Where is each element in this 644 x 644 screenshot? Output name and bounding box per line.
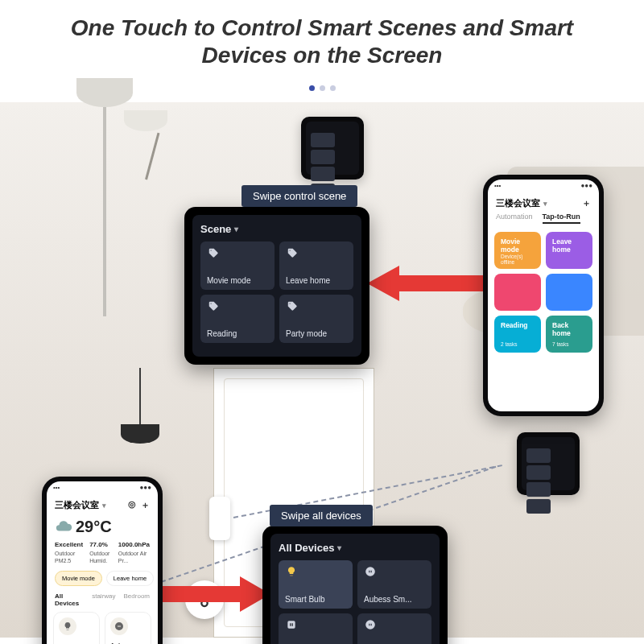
phone-statusbar: •••●●● [488, 180, 599, 194]
svg-rect-3 [292, 623, 293, 626]
plus-icon[interactable]: ＋ [141, 499, 150, 511]
scene-tile[interactable]: Party mode [279, 295, 353, 343]
arrow-icon [158, 572, 270, 617]
room-tabs[interactable]: All Devices stairway Bedroom [47, 591, 158, 610]
weather-widget: 29°C ExcellentOutdoor PM2.5 77.0%Outdoor… [47, 513, 158, 566]
device-tile[interactable]: Aubess Sm... [357, 560, 431, 609]
svg-marker-0 [367, 266, 488, 301]
phone-home-mockup: •••●●● 三楼会议室▾ ◎ ＋ 29°C ExcellentOutdoor … [42, 477, 163, 644]
tag-icon [207, 299, 220, 312]
svg-marker-4 [158, 576, 270, 612]
app-scene-card[interactable]: Leave home [546, 232, 592, 269]
device-card[interactable]: Aubess Sm... [105, 612, 151, 644]
door-sensor-prop [209, 497, 230, 540]
tag-icon [286, 299, 299, 312]
pendant-lamp-prop [121, 368, 159, 444]
wall-panel-small [517, 432, 580, 495]
phone-tabs[interactable]: Automation Tap-to-Run [488, 211, 599, 229]
device-card[interactable]: Smart Bulb [53, 612, 100, 644]
svg-rect-1 [287, 621, 295, 629]
plug-icon [110, 617, 128, 635]
phone-statusbar: •••●●● [47, 481, 158, 496]
enlarged-panel-scene[interactable]: Scene▾ Movie mode Leave home Reading [184, 207, 369, 365]
desk-lamp-prop [145, 110, 167, 180]
svg-rect-2 [290, 623, 291, 626]
wall-panel-small [301, 117, 364, 180]
scene-tile[interactable]: Leave home [279, 242, 353, 290]
phone-room-label: 三楼会议室 [55, 499, 99, 511]
panel-scene-title: Scene▾ [200, 223, 353, 235]
app-scene-card[interactable] [546, 274, 592, 311]
tag-icon [207, 246, 220, 259]
mic-icon[interactable]: ◎ [128, 499, 136, 511]
enlarged-panel-devices[interactable]: All Devices▾ Smart Bulb Aubess Sm... [262, 526, 448, 644]
socket-icon [364, 618, 377, 631]
page-title: One Touch to Control Smart Scenes and Sm… [0, 0, 644, 75]
caption-scene: Swipe control scene [242, 185, 357, 207]
phone-app-mockup: •••●●● 三楼会议室▾ ＋ Automation Tap-to-Run Mo… [483, 175, 604, 416]
bulb-icon [285, 565, 298, 578]
scene-tile[interactable]: Movie mode [200, 242, 275, 290]
panel-devices-title: All Devices▾ [279, 542, 431, 554]
device-tile[interactable] [279, 613, 353, 644]
phone-room-label: 三楼会议室 [496, 197, 540, 209]
socket-icon [285, 618, 298, 631]
scene-chips[interactable]: Movie mode Leave home Reading [47, 566, 158, 591]
app-scene-card[interactable]: Back home7 tasks [546, 316, 592, 353]
caption-devices: Swipe all devices [270, 505, 373, 526]
arrow-icon [367, 259, 488, 308]
app-scene-card[interactable]: Reading2 tasks [494, 316, 541, 353]
scene-tile[interactable]: Reading [200, 295, 275, 343]
tag-icon [286, 246, 299, 259]
device-tile[interactable]: Smart Bulb [279, 560, 353, 609]
bulb-icon [59, 617, 76, 635]
plus-icon[interactable]: ＋ [582, 197, 591, 209]
scene-top: Swipe control scene Scene▾ Movie mode Le… [0, 102, 644, 368]
app-scene-card[interactable]: Movie modeDevice(s) offline [494, 232, 541, 269]
app-scene-card[interactable] [494, 274, 541, 311]
socket-icon [364, 565, 377, 578]
device-tile[interactable]: Smart Socket [357, 613, 431, 644]
cloud-icon [55, 518, 72, 535]
